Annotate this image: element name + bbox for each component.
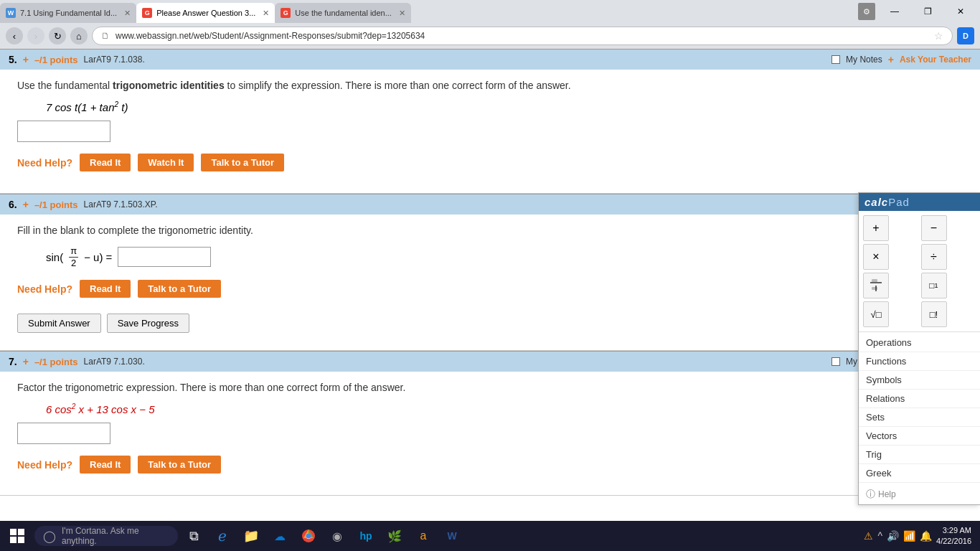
factorial-btn[interactable]: □! <box>921 301 947 327</box>
q7-body: Factor the trigonometric expression. The… <box>0 372 980 484</box>
restore-button[interactable]: ❐ <box>911 0 944 23</box>
tab-2[interactable]: G Please Answer Question 3... ✕ <box>136 3 275 23</box>
tab-3[interactable]: G Use the fundamental iden... ✕ <box>275 3 411 23</box>
q7-talk-btn[interactable]: Talk to a Tutor <box>138 456 221 474</box>
forward-button[interactable]: › <box>27 27 44 44</box>
q7-course: LarAT9 7.1.030. <box>84 357 145 367</box>
q6-submit-row: Submit Answer Save Progress <box>0 308 980 339</box>
q6-answer-input[interactable] <box>118 247 211 267</box>
home-button[interactable]: ⌂ <box>70 27 88 44</box>
tab-1[interactable]: W 7.1 Using Fundamental Id... ✕ <box>0 3 136 23</box>
window-controls: ⚙ — ❐ ✕ <box>855 0 980 23</box>
q6-minus-u: − u) = <box>84 251 112 263</box>
calcpad-header: calcPad <box>859 193 980 211</box>
super-btn[interactable]: □1 <box>921 273 947 298</box>
menu-vectors[interactable]: Vectors <box>859 427 980 446</box>
multiply-btn[interactable]: × <box>863 244 889 270</box>
q5-math: 7 cos t(1 + tan2 t) <box>46 100 963 113</box>
extension-icon[interactable]: D <box>957 27 974 44</box>
q7-help-row: Need Help? Read It Talk to a Tutor <box>17 451 963 478</box>
q7-plus: + <box>23 356 29 367</box>
q6-number: 6. <box>9 199 17 210</box>
tab2-close[interactable]: ✕ <box>263 9 269 18</box>
pad-label: Pad <box>888 196 910 208</box>
menu-sets[interactable]: Sets <box>859 408 980 427</box>
sqrt-btn[interactable]: √□ <box>863 301 889 327</box>
menu-functions[interactable]: Functions <box>859 352 980 371</box>
plus-btn[interactable]: + <box>863 215 889 241</box>
back-button[interactable]: ‹ <box>6 27 23 44</box>
q6-frac-bot: 2 <box>70 258 77 269</box>
browser-window: W 7.1 Using Fundamental Id... ✕ G Please… <box>0 0 980 496</box>
q5-need-help: Need Help? <box>17 157 72 169</box>
q5-answer-input[interactable] <box>17 121 110 142</box>
title-bar: W 7.1 Using Fundamental Id... ✕ G Please… <box>0 0 980 23</box>
submit-answer-btn[interactable]: Submit Answer <box>17 314 101 333</box>
q7-read-btn[interactable]: Read It <box>80 456 131 474</box>
frac-icon <box>867 277 885 294</box>
q6-body: Fill in the blank to complete the trigon… <box>0 215 980 308</box>
divide-btn[interactable]: ÷ <box>921 244 947 270</box>
q7-header: 7. + –/1 points LarAT9 7.1.030. My Notes… <box>0 351 980 372</box>
frac-btn[interactable] <box>863 273 889 298</box>
calcpad-help[interactable]: ⓘ Help <box>859 484 980 496</box>
q5-ask-teacher[interactable]: Ask Your Teacher <box>900 55 971 65</box>
menu-relations[interactable]: Relations <box>859 390 980 408</box>
q6-text: Fill in the blank to complete the trigon… <box>17 223 963 238</box>
question-6: 6. + –/1 points LarAT9 7.1.503.XP. My No… <box>0 194 980 351</box>
bookmark-icon[interactable]: ☆ <box>934 30 943 42</box>
minimize-button[interactable]: — <box>878 0 911 23</box>
tab1-favicon: W <box>6 8 16 18</box>
q7-answer-input[interactable] <box>17 423 110 444</box>
url-text: www.webassign.net/web/Student/Assignment… <box>116 31 930 41</box>
q6-fraction: π 2 <box>69 245 78 268</box>
page-icon: 🗋 <box>101 31 111 41</box>
q7-text: Factor the trigonometric expression. The… <box>17 380 963 395</box>
q5-header: 5. + –/1 points LarAT9 7.1.038. My Notes… <box>0 49 980 70</box>
q5-watch-btn[interactable]: Watch It <box>138 154 194 171</box>
q7-points: –/1 points <box>34 357 78 367</box>
q6-plus: + <box>23 199 29 210</box>
q5-number: 5. <box>9 54 17 65</box>
q6-talk-btn[interactable]: Talk to a Tutor <box>138 280 221 298</box>
q6-points: –/1 points <box>34 199 78 210</box>
menu-greek[interactable]: Greek <box>859 464 980 483</box>
q7-number: 7. <box>9 356 17 367</box>
minus-btn[interactable]: − <box>921 215 947 241</box>
q6-equation: sin( π 2 − u) = <box>46 245 963 268</box>
menu-symbols[interactable]: Symbols <box>859 371 980 390</box>
q5-read-btn[interactable]: Read It <box>80 154 131 171</box>
tab1-label: 7.1 Using Fundamental Id... <box>20 9 117 17</box>
tab3-favicon: G <box>281 8 291 18</box>
reload-button[interactable]: ↻ <box>49 27 66 44</box>
q7-notes-checkbox[interactable] <box>831 357 840 366</box>
q7-math: 6 cos2 x + 13 cos x − 5 <box>46 402 963 415</box>
url-bar[interactable]: 🗋 www.webassign.net/web/Student/Assignme… <box>92 27 953 45</box>
save-progress-btn[interactable]: Save Progress <box>107 314 189 333</box>
tab3-label: Use the fundamental iden... <box>295 9 392 17</box>
settings-icon[interactable]: ⚙ <box>858 3 875 20</box>
q6-read-btn[interactable]: Read It <box>80 280 131 298</box>
tab2-favicon: G <box>142 8 152 18</box>
q5-talk-btn[interactable]: Talk to a Tutor <box>201 154 284 171</box>
address-bar: ‹ › ↻ ⌂ 🗋 www.webassign.net/web/Student/… <box>0 23 980 49</box>
q5-plus: + <box>23 54 29 65</box>
tabs-row: W 7.1 Using Fundamental Id... ✕ G Please… <box>0 3 411 23</box>
q5-notes-link[interactable]: My Notes <box>846 55 882 65</box>
q5-header-right: My Notes + Ask Your Teacher <box>831 54 971 65</box>
q6-frac-top: π <box>69 245 78 258</box>
help-circle-icon: ⓘ <box>866 488 875 496</box>
q5-notes-checkbox[interactable] <box>831 55 840 64</box>
q5-text: Use the fundamental trigonometric identi… <box>17 78 963 93</box>
tab1-close[interactable]: ✕ <box>124 9 131 18</box>
menu-operations[interactable]: Operations <box>859 334 980 352</box>
close-button[interactable]: ✕ <box>944 0 977 23</box>
menu-trig[interactable]: Trig <box>859 446 980 464</box>
calcpad: calcPad + − × ÷ □1 √□ □! Operations Func… <box>858 192 980 496</box>
tab3-close[interactable]: ✕ <box>399 9 405 18</box>
q5-ask-plus: + <box>888 54 894 65</box>
calcpad-title: calcPad <box>864 196 910 208</box>
page-content: 5. + –/1 points LarAT9 7.1.038. My Notes… <box>0 49 980 496</box>
question-5: 5. + –/1 points LarAT9 7.1.038. My Notes… <box>0 49 980 194</box>
tab2-label: Please Answer Question 3... <box>156 9 255 17</box>
